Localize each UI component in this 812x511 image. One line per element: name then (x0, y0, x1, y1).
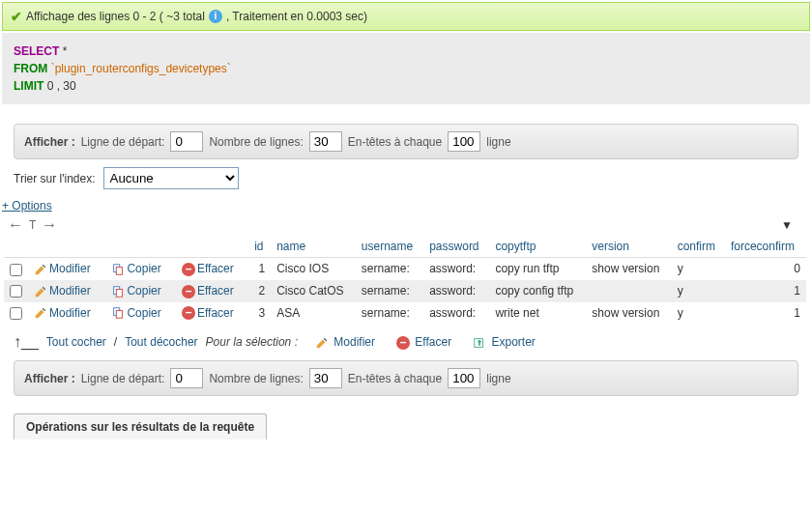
status-suffix: , Traitement en 0.0003 sec) (226, 10, 367, 23)
start-label: Ligne de départ: (81, 135, 165, 149)
delete-icon (182, 285, 195, 298)
nav-right-icon[interactable]: → (42, 216, 57, 234)
check-all-link[interactable]: Tout cocher (46, 335, 106, 349)
sort-label: Trier sur l'index: (14, 172, 96, 185)
pencil-icon (34, 263, 47, 276)
delete-link[interactable]: Effacer (197, 262, 234, 275)
copy-link[interactable]: Copier (127, 284, 160, 298)
cell-confirm: y (672, 302, 725, 325)
options-toggle[interactable]: + Options (2, 199, 810, 213)
info-icon[interactable]: i (209, 10, 222, 23)
nav-t-icon[interactable]: T (29, 218, 36, 232)
cell-password: assword: (423, 280, 489, 302)
sql-query-box: SELECT * FROM `plugin_routerconfigs_devi… (2, 33, 810, 104)
line-label: ligne (486, 135, 510, 149)
headers-input-2[interactable] (448, 368, 480, 388)
cell-name: Cisco IOS (271, 258, 356, 280)
status-prefix: Affichage des lignes 0 - 2 ( ~3 total (26, 10, 205, 23)
col-forceconfirm[interactable]: forceconfirm (731, 240, 795, 253)
cell-copytftp: copy run tftp (489, 258, 586, 280)
table-row: ModifierCopierEffacer2Cisco CatOSsername… (4, 280, 806, 302)
start-row-input-2[interactable] (170, 368, 203, 388)
pencil-icon (315, 336, 329, 350)
display-toolbar-bottom: Afficher : Ligne de départ: Nombre de li… (14, 360, 798, 396)
cell-confirm: y (672, 258, 725, 280)
col-confirm[interactable]: confirm (678, 240, 715, 253)
for-selection-label: Pour la sélection : (206, 335, 298, 349)
col-copytftp[interactable]: copytftp (495, 240, 536, 253)
headers-label: En-têtes à chaque (348, 135, 442, 149)
display-toolbar-top: Afficher : Ligne de départ: Nombre de li… (14, 124, 798, 159)
col-password[interactable]: password (429, 240, 478, 253)
cell-username: sername: (356, 258, 423, 280)
copy-link[interactable]: Copier (127, 306, 160, 320)
cell-version: show version (586, 302, 671, 325)
sql-limit: LIMIT (14, 79, 44, 93)
delete-icon (182, 306, 195, 320)
row-checkbox[interactable] (10, 307, 22, 320)
pencil-icon (34, 285, 47, 298)
copy-icon (111, 306, 125, 320)
cell-copytftp: copy config tftp (489, 280, 586, 302)
start-row-input[interactable] (170, 131, 203, 152)
table-row: ModifierCopierEffacer1Cisco IOSsername:a… (4, 258, 806, 280)
cell-confirm: y (672, 280, 725, 302)
row-count-input[interactable] (309, 131, 342, 152)
edit-link[interactable]: Modifier (49, 306, 91, 320)
delete-link[interactable]: Effacer (197, 306, 234, 320)
cell-username: sername: (356, 302, 423, 325)
footer-export-link[interactable]: Exporter (492, 335, 536, 349)
col-name[interactable]: name (276, 240, 305, 253)
row-checkbox[interactable] (10, 264, 22, 276)
col-version[interactable]: version (592, 240, 629, 253)
headers-input[interactable] (448, 131, 480, 152)
show-label-2: Afficher : (24, 372, 75, 385)
cell-password: assword: (423, 302, 489, 325)
cell-password: assword: (423, 258, 489, 280)
cell-version: show version (586, 258, 671, 280)
count-label: Nombre de lignes: (209, 135, 303, 149)
results-table: id name username password copytftp versi… (4, 236, 806, 324)
copy-link[interactable]: Copier (127, 262, 160, 275)
sql-limit-values: 0 , 30 (47, 79, 76, 93)
svg-rect-1 (117, 267, 123, 274)
uncheck-all-link[interactable]: Tout décocher (125, 335, 197, 349)
sql-from: FROM (14, 62, 47, 75)
query-ops-section: Opérations sur les résultats de la requê… (14, 413, 798, 440)
sort-index-select[interactable]: Aucune (103, 167, 239, 189)
delete-link[interactable]: Effacer (197, 284, 234, 298)
sort-dropdown-icon[interactable]: ▼ (781, 218, 793, 232)
show-label: Afficher : (24, 135, 75, 149)
cell-id: 2 (248, 280, 271, 302)
delete-icon (182, 263, 195, 276)
sql-table: `plugin_routerconfigs_devicetypes` (51, 62, 231, 75)
edit-link[interactable]: Modifier (49, 262, 91, 275)
footer-actions: ↑__ Tout cocher / Tout décocher Pour la … (14, 333, 798, 351)
nav-left-icon[interactable]: ← (8, 216, 23, 234)
footer-edit-link[interactable]: Modifier (334, 335, 375, 349)
table-nav-row: ← T → ▼ (8, 216, 798, 234)
cell-id: 1 (248, 258, 271, 280)
edit-link[interactable]: Modifier (49, 284, 91, 298)
select-arrow-icon: ↑__ (14, 333, 39, 351)
cell-forceconfirm: 1 (725, 280, 806, 302)
cell-forceconfirm: 0 (725, 258, 806, 280)
delete-icon (396, 336, 410, 350)
query-ops-tab[interactable]: Opérations sur les résultats de la requê… (14, 413, 267, 440)
row-checkbox[interactable] (10, 285, 22, 298)
col-id[interactable]: id (254, 240, 263, 253)
footer-delete-link[interactable]: Effacer (415, 335, 451, 349)
cell-id: 3 (248, 302, 271, 325)
cell-name: ASA (271, 302, 356, 325)
cell-forceconfirm: 1 (725, 302, 806, 325)
col-username[interactable]: username (362, 240, 413, 253)
sql-star: * (63, 44, 68, 58)
success-check-icon: ✔ (11, 9, 22, 24)
sort-row: Trier sur l'index: Aucune (14, 167, 798, 189)
sql-select: SELECT (14, 44, 59, 58)
row-count-input-2[interactable] (309, 368, 342, 388)
cell-copytftp: write net (489, 302, 586, 325)
export-icon (473, 336, 486, 350)
cell-username: sername: (356, 280, 423, 302)
cell-name: Cisco CatOS (271, 280, 356, 302)
